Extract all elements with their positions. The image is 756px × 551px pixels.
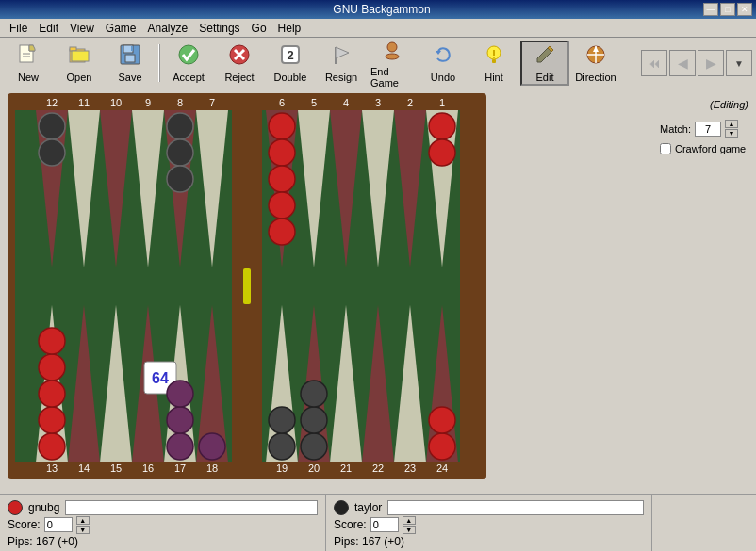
svg-rect-82 — [243, 268, 251, 304]
match-up-button[interactable]: ▲ — [725, 120, 738, 128]
menu-item-go[interactable]: Go — [246, 20, 272, 37]
menubar: FileEditViewGameAnalyzeSettingsGoHelp — [0, 19, 756, 38]
nav-first-button[interactable]: ⏮ — [641, 50, 667, 76]
svg-point-89 — [167, 166, 193, 192]
svg-rect-23 — [492, 59, 496, 63]
reject-label: Reject — [224, 72, 254, 83]
resign-icon — [330, 43, 353, 70]
toolbar: New Open Save — [0, 38, 756, 89]
svg-point-20 — [386, 54, 399, 59]
endgame-button[interactable]: End Game — [368, 41, 417, 86]
minimize-button[interactable]: — — [703, 3, 718, 16]
crawford-row: Crawford game — [660, 143, 746, 154]
right-score-down[interactable]: ▼ — [403, 526, 416, 534]
right-player-name-row: taylor — [334, 500, 644, 515]
backgammon-board[interactable]: 12 11 10 9 8 7 6 5 4 3 2 1 13 14 15 16 1… — [8, 93, 486, 479]
double-button[interactable]: 2 Double — [266, 41, 315, 86]
svg-text:13: 13 — [46, 462, 58, 474]
maximize-button[interactable]: □ — [720, 3, 735, 16]
menu-item-edit[interactable]: Edit — [33, 20, 64, 37]
left-player-chip — [8, 500, 23, 515]
undo-button[interactable]: Undo — [419, 41, 468, 86]
right-score-input[interactable] — [370, 517, 399, 532]
right-score-up[interactable]: ▲ — [403, 516, 416, 525]
left-score-up[interactable]: ▲ — [76, 516, 90, 525]
accept-button[interactable]: Accept — [164, 41, 213, 86]
save-button[interactable]: Save — [106, 41, 155, 86]
svg-text:23: 23 — [404, 462, 416, 474]
menu-item-game[interactable]: Game — [100, 20, 142, 37]
svg-point-91 — [269, 139, 295, 166]
svg-text:14: 14 — [78, 462, 90, 474]
svg-point-101 — [39, 328, 65, 354]
svg-rect-9 — [125, 55, 135, 62]
titlebar: GNU Backgammon — □ ✕ — [0, 0, 756, 19]
left-player-name: gnubg — [28, 501, 59, 514]
left-player-name-row: gnubg — [8, 500, 318, 515]
svg-point-90 — [269, 113, 295, 139]
edit-label: Edit — [536, 72, 554, 83]
endgame-icon — [381, 38, 403, 64]
left-score-down[interactable]: ▼ — [76, 526, 90, 534]
editing-label: (Editing) — [710, 99, 748, 110]
svg-marker-1 — [29, 45, 35, 51]
left-score-input[interactable] — [44, 517, 73, 532]
right-player-name-input[interactable] — [387, 500, 644, 515]
open-button[interactable]: Open — [55, 41, 104, 86]
close-button[interactable]: ✕ — [737, 3, 752, 16]
menu-item-settings[interactable]: Settings — [193, 20, 245, 37]
right-score-label: Score: — [334, 518, 367, 531]
new-icon — [17, 43, 40, 70]
nav-prev-button[interactable]: ◀ — [669, 50, 696, 76]
new-label: New — [18, 72, 39, 83]
svg-point-100 — [39, 354, 65, 381]
match-down-button[interactable]: ▼ — [725, 129, 738, 138]
svg-point-112 — [429, 407, 455, 433]
svg-text:20: 20 — [308, 462, 320, 474]
left-score-label: Score: — [8, 518, 41, 531]
crawford-checkbox[interactable] — [660, 143, 671, 154]
hint-icon — [483, 43, 505, 70]
save-label: Save — [118, 72, 141, 83]
svg-point-102 — [167, 433, 193, 460]
open-label: Open — [67, 72, 92, 83]
resign-button[interactable]: Resign — [317, 41, 366, 86]
menu-item-view[interactable]: View — [64, 20, 100, 37]
svg-text:10: 10 — [110, 97, 122, 108]
match-label: Match: — [660, 123, 691, 135]
svg-point-95 — [429, 113, 455, 139]
svg-text:21: 21 — [340, 462, 352, 474]
match-input[interactable] — [695, 122, 721, 137]
edit-button[interactable]: Edit — [520, 41, 569, 86]
menu-item-file[interactable]: File — [4, 20, 33, 37]
svg-point-108 — [301, 433, 327, 460]
nav-next-button[interactable]: ▶ — [698, 50, 724, 76]
left-pips: Pips: 167 (+0) — [8, 535, 318, 548]
right-player-name: taylor — [354, 501, 382, 514]
direction-label: Direction — [575, 72, 616, 83]
svg-point-85 — [39, 113, 65, 139]
svg-point-103 — [167, 407, 193, 433]
svg-text:6: 6 — [279, 97, 285, 108]
svg-point-86 — [39, 139, 65, 166]
svg-point-96 — [429, 139, 455, 166]
left-player-name-input[interactable] — [65, 500, 318, 515]
svg-point-98 — [39, 407, 65, 433]
direction-icon — [584, 43, 607, 70]
svg-text:4: 4 — [343, 97, 349, 108]
svg-text:17: 17 — [174, 462, 186, 474]
left-player-panel: gnubg Score: ▲ ▼ Pips: 167 (+0) — [0, 495, 325, 551]
menu-item-analyze[interactable]: Analyze — [142, 20, 194, 37]
menu-item-help[interactable]: Help — [272, 20, 307, 37]
statusbar-right-area — [652, 495, 756, 551]
new-button[interactable]: New — [4, 41, 53, 86]
right-player-panel: taylor Score: ▲ ▼ Pips: 167 (+0) — [326, 495, 651, 551]
titlebar-controls: — □ ✕ — [703, 3, 752, 16]
svg-marker-21 — [436, 51, 441, 55]
direction-button[interactable]: Direction — [571, 41, 620, 86]
accept-icon — [177, 43, 200, 70]
hint-button[interactable]: Hint — [469, 41, 518, 86]
svg-point-92 — [269, 166, 295, 192]
nav-dropdown-button[interactable]: ▼ — [726, 50, 752, 76]
reject-button[interactable]: Reject — [215, 41, 264, 86]
